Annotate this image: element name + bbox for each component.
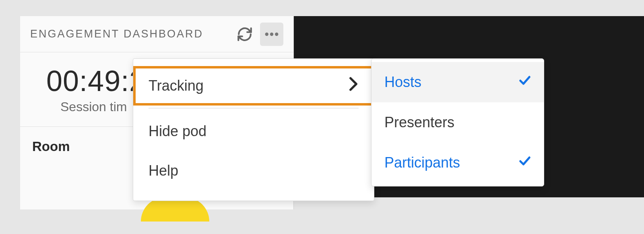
submenu-item-participants[interactable]: Participants — [372, 143, 544, 183]
menu-item-label: Help — [149, 162, 178, 179]
submenu-item-hosts[interactable]: Hosts — [372, 62, 544, 102]
menu-item-label: Tracking — [149, 77, 204, 94]
svg-point-2 — [275, 33, 278, 36]
pod-title: ENGAGEMENT DASHBOARD — [30, 28, 203, 40]
menu-item-help[interactable]: Help — [133, 151, 374, 191]
menu-item-hide-pod[interactable]: Hide pod — [133, 112, 374, 151]
svg-point-0 — [265, 33, 268, 36]
chevron-right-icon — [349, 77, 358, 95]
gauge-partial — [141, 197, 209, 222]
check-icon — [518, 154, 532, 172]
submenu-item-presenters[interactable]: Presenters — [372, 102, 544, 143]
refresh-icon — [236, 26, 253, 43]
submenu-item-label: Presenters — [384, 114, 454, 131]
tracking-submenu: Hosts Presenters Participants — [371, 58, 544, 186]
more-options-button[interactable] — [260, 23, 283, 46]
refresh-button[interactable] — [233, 23, 256, 46]
more-horizontal-icon — [263, 26, 280, 43]
pod-options-menu: Tracking Hide pod Help — [133, 58, 374, 201]
submenu-item-label: Participants — [384, 154, 460, 171]
menu-item-label: Hide pod — [149, 123, 206, 140]
svg-point-1 — [270, 33, 273, 36]
check-icon — [518, 74, 532, 91]
menu-separator — [149, 108, 359, 108]
menu-item-tracking[interactable]: Tracking — [133, 66, 374, 106]
pod-header: ENGAGEMENT DASHBOARD — [20, 16, 293, 52]
submenu-item-label: Hosts — [384, 74, 421, 91]
